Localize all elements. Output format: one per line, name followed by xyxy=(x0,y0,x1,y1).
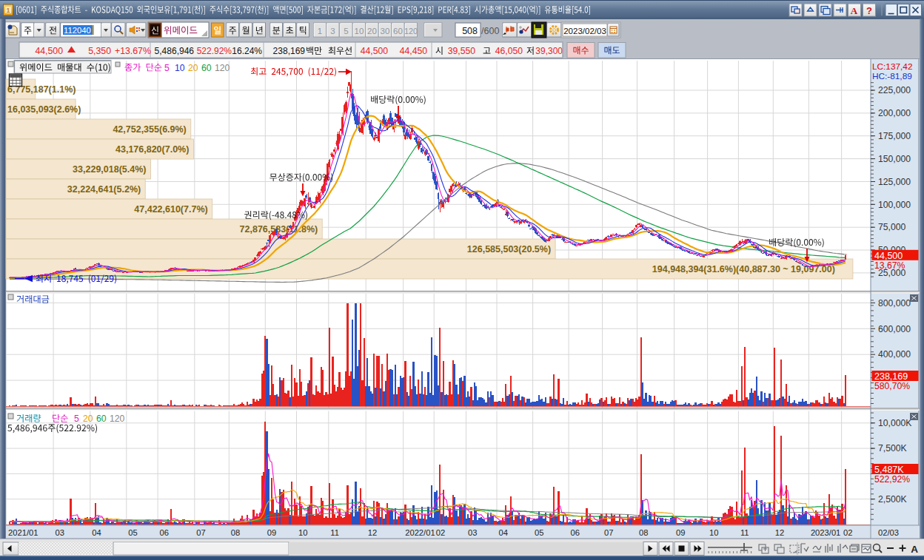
svg-text:20: 20 xyxy=(367,27,377,36)
svg-text:125,000: 125,000 xyxy=(878,177,911,187)
svg-text:03: 03 xyxy=(56,528,64,537)
svg-text:10: 10 xyxy=(175,63,185,73)
svg-text:33,229,018(5.4%): 33,229,018(5.4%) xyxy=(73,164,146,175)
svg-text:44,500: 44,500 xyxy=(361,46,388,56)
svg-text:08: 08 xyxy=(231,528,240,537)
svg-text:60: 60 xyxy=(96,414,107,424)
svg-text:112040: 112040 xyxy=(64,26,91,35)
svg-text:11: 11 xyxy=(740,528,749,537)
svg-text:46,050: 46,050 xyxy=(495,46,523,56)
svg-text:2021/01: 2021/01 xyxy=(8,528,38,537)
svg-text:+13.67%: +13.67% xyxy=(115,46,151,56)
svg-text:1: 1 xyxy=(318,27,322,36)
svg-text:09: 09 xyxy=(676,528,685,537)
svg-text:09: 09 xyxy=(267,528,276,537)
svg-text:12: 12 xyxy=(775,528,784,537)
svg-text:02/03: 02/03 xyxy=(878,528,899,537)
svg-text:HC:-81,89: HC:-81,89 xyxy=(872,71,912,81)
svg-text:2023/02/03: 2023/02/03 xyxy=(563,27,606,36)
svg-text:120: 120 xyxy=(215,63,230,73)
svg-text:39,300: 39,300 xyxy=(535,46,563,56)
svg-text:522,92%: 522,92% xyxy=(874,474,910,485)
svg-text:7,500K: 7,500K xyxy=(878,443,907,453)
svg-text:75,000: 75,000 xyxy=(878,222,905,232)
svg-text:5: 5 xyxy=(164,63,170,73)
svg-text:60: 60 xyxy=(393,27,403,36)
svg-text:16,035,093(2.6%): 16,035,093(2.6%) xyxy=(7,104,81,115)
svg-text:120: 120 xyxy=(110,414,125,424)
svg-text:47,422,610(7.7%): 47,422,610(7.7%) xyxy=(134,204,207,215)
svg-text:126,585,503(20.5%): 126,585,503(20.5%) xyxy=(467,244,551,254)
svg-text:/600: /600 xyxy=(481,26,499,36)
svg-text:238,169: 238,169 xyxy=(874,371,908,382)
svg-text:30: 30 xyxy=(381,27,390,36)
svg-text:175,000: 175,000 xyxy=(878,131,911,141)
svg-text:3: 3 xyxy=(330,27,335,36)
svg-text:44,500: 44,500 xyxy=(874,251,903,261)
svg-text:10,000K: 10,000K xyxy=(878,418,911,428)
svg-text:2,500K: 2,500K xyxy=(878,494,907,505)
svg-text:04: 04 xyxy=(92,528,101,537)
svg-text:20: 20 xyxy=(188,63,198,73)
svg-text:05: 05 xyxy=(128,528,137,537)
svg-text:43,176,820(7.0%): 43,176,820(7.0%) xyxy=(116,144,189,155)
svg-text:5,350: 5,350 xyxy=(88,46,111,56)
svg-text:06: 06 xyxy=(571,528,580,537)
svg-text:?: ? xyxy=(866,5,872,16)
svg-text:13,67%: 13,67% xyxy=(874,260,905,271)
svg-text:20: 20 xyxy=(83,414,93,424)
svg-text:12: 12 xyxy=(368,528,377,537)
svg-text:120: 120 xyxy=(404,27,418,36)
svg-text:600,000: 600,000 xyxy=(878,324,911,334)
svg-text:400,000: 400,000 xyxy=(878,349,911,360)
svg-text:800,000: 800,000 xyxy=(878,298,911,308)
svg-text:39,550: 39,550 xyxy=(448,46,475,56)
svg-text:05: 05 xyxy=(535,528,543,537)
svg-text:42,752,355(6.9%): 42,752,355(6.9%) xyxy=(113,124,186,135)
svg-text:5,486,946: 5,486,946 xyxy=(155,46,195,56)
svg-text:10: 10 xyxy=(298,528,307,537)
svg-text:07: 07 xyxy=(604,528,613,537)
svg-text:11: 11 xyxy=(330,528,339,537)
svg-text:44,450: 44,450 xyxy=(400,46,427,56)
svg-text:5: 5 xyxy=(74,414,79,424)
svg-text:5,487K: 5,487K xyxy=(874,465,904,475)
svg-text:508: 508 xyxy=(462,26,478,36)
svg-text:2022/01: 2022/01 xyxy=(405,528,435,537)
svg-text:A: A xyxy=(911,544,918,555)
svg-text:06: 06 xyxy=(160,528,169,537)
svg-text:238,169: 238,169 xyxy=(273,46,306,56)
svg-text:44,500: 44,500 xyxy=(35,46,63,56)
svg-text:580,70%: 580,70% xyxy=(874,381,910,391)
svg-text:32,224,641(5.2%): 32,224,641(5.2%) xyxy=(67,184,141,195)
svg-text:2023/01: 2023/01 xyxy=(811,528,840,537)
svg-text:5: 5 xyxy=(344,27,348,36)
svg-text:1: 1 xyxy=(6,7,10,14)
svg-text:A: A xyxy=(851,5,858,16)
svg-text:150,000: 150,000 xyxy=(878,154,911,164)
svg-text:02: 02 xyxy=(436,528,445,537)
svg-text:200,000: 200,000 xyxy=(878,108,911,118)
svg-text:16.24%: 16.24% xyxy=(232,46,262,56)
svg-text:03: 03 xyxy=(468,528,477,537)
svg-text:225,000: 225,000 xyxy=(878,85,911,95)
svg-text:60: 60 xyxy=(201,63,212,73)
svg-text:07: 07 xyxy=(196,528,205,537)
svg-text:04: 04 xyxy=(499,528,508,537)
svg-text:10: 10 xyxy=(709,528,718,537)
svg-text:08: 08 xyxy=(639,528,648,537)
svg-text:100,000: 100,000 xyxy=(878,200,911,210)
svg-text:02: 02 xyxy=(843,528,852,537)
svg-text:10: 10 xyxy=(355,27,364,36)
svg-text:522.92%: 522.92% xyxy=(197,46,232,56)
